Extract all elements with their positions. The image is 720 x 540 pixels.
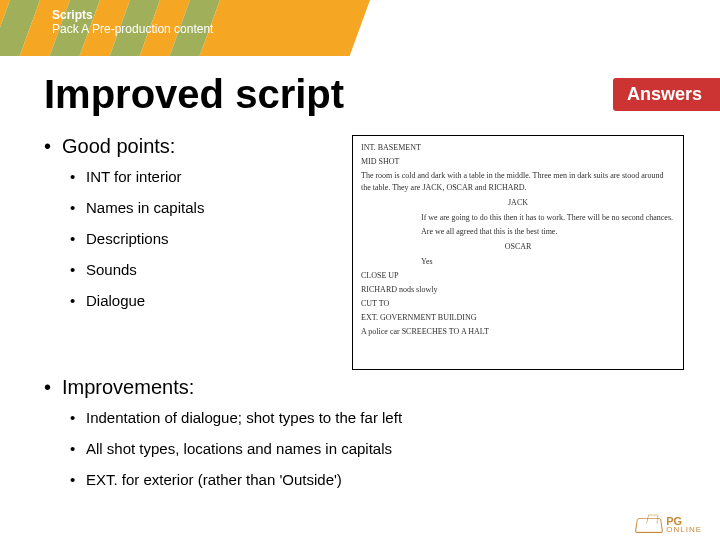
list-item: EXT. for exterior (rather than 'Outside'… <box>70 471 684 488</box>
footer-logo: PG ONLINE <box>636 515 702 534</box>
header-text: Scripts Pack A Pre-production content <box>52 8 213 36</box>
improvements-list: Indentation of dialogue; shot types to t… <box>70 409 684 488</box>
script-line: CUT TO <box>361 298 675 310</box>
list-item: INT for interior <box>70 168 334 185</box>
script-line: RICHARD nods slowly <box>361 284 675 296</box>
header-subtitle: Pack A Pre-production content <box>52 22 213 36</box>
script-line: The room is cold and dark with a table i… <box>361 170 675 194</box>
good-points-heading: Good points: <box>44 135 334 158</box>
script-line: A police car SCREECHES TO A HALT <box>361 326 675 338</box>
list-item: Names in capitals <box>70 199 334 216</box>
content-area: Good points: INT for interior Names in c… <box>44 135 684 502</box>
script-line: Yes <box>421 256 675 268</box>
script-line: JACK <box>361 197 675 209</box>
script-line: If we are going to do this then it has t… <box>421 212 675 224</box>
list-item: Indentation of dialogue; shot types to t… <box>70 409 684 426</box>
tray-icon <box>635 518 663 533</box>
script-line: Are we all agreed that this is the best … <box>421 226 675 238</box>
list-item: Dialogue <box>70 292 334 309</box>
list-item: All shot types, locations and names in c… <box>70 440 684 457</box>
script-line: EXT. GOVERNMENT BUILDING <box>361 312 675 324</box>
list-item: Sounds <box>70 261 334 278</box>
script-line: INT. BASEMENT <box>361 142 675 154</box>
script-line: OSCAR <box>361 241 675 253</box>
script-line: MID SHOT <box>361 156 675 168</box>
list-item: Descriptions <box>70 230 334 247</box>
script-line: CLOSE UP <box>361 270 675 282</box>
slide-title: Improved script <box>44 72 344 117</box>
improvements-section: Improvements: Indentation of dialogue; s… <box>44 376 684 488</box>
brand-online: ONLINE <box>666 525 702 534</box>
improvements-heading: Improvements: <box>44 376 684 399</box>
header-title: Scripts <box>52 8 213 22</box>
good-points-section: Good points: INT for interior Names in c… <box>44 135 334 323</box>
answers-badge: Answers <box>613 78 720 111</box>
script-sample: INT. BASEMENT MID SHOT The room is cold … <box>352 135 684 370</box>
good-points-list: INT for interior Names in capitals Descr… <box>70 168 334 309</box>
